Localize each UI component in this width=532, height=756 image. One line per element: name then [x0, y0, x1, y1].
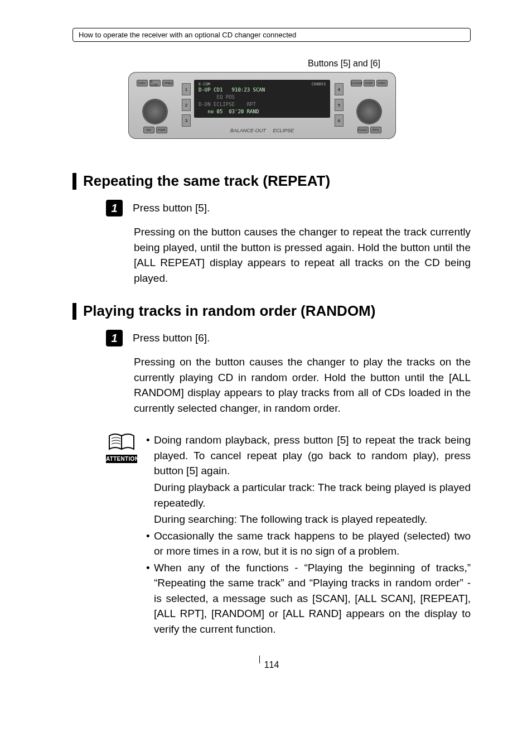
- rtn-button: RTN: [370, 127, 381, 133]
- preset-column-right: 4 5 6: [335, 83, 342, 127]
- ecom-button: E-COM: [149, 80, 161, 86]
- preset-4: 4: [335, 83, 344, 95]
- preset-1: 1: [182, 83, 191, 95]
- open-button: OPEN: [162, 80, 173, 86]
- preset-5: 5: [335, 99, 344, 111]
- brand-label: BALANCE-OUT ECLIPSE: [194, 128, 330, 133]
- preset-3: 3: [182, 114, 191, 127]
- step-instruction: Press button [6].: [133, 330, 210, 344]
- fm-button: FM: [143, 127, 154, 133]
- attention-subitem: During searching: The following track is…: [154, 512, 471, 527]
- volume-knob: [143, 100, 167, 123]
- section-title-repeat: Repeating the same track (REPEAT): [72, 172, 471, 190]
- right-button-cluster: SOUND DISP DISC: [347, 80, 391, 86]
- section-body-random: Pressing on the button causes the change…: [134, 354, 471, 416]
- disp-button: DISP: [364, 80, 375, 86]
- book-icon: [108, 432, 135, 451]
- pwr-button: PWR: [156, 127, 167, 133]
- section-title-random: Playing tracks in random order (RANDOM): [72, 302, 471, 320]
- sound-button: SOUND: [351, 80, 362, 86]
- func-button: FUNC: [357, 127, 369, 133]
- step-instruction: Press button [5].: [133, 200, 210, 214]
- attention-list: • Doing random playback, press button [5…: [146, 432, 471, 638]
- bullet-icon: •: [146, 432, 154, 479]
- attention-badge: ATTENTION: [106, 432, 137, 638]
- breadcrumb-header: How to operate the receiver with an opti…: [72, 28, 471, 42]
- preset-6: 6: [335, 114, 344, 127]
- tune-knob: [357, 100, 381, 123]
- step-number-badge: 1: [106, 330, 123, 346]
- step-number-badge: 1: [106, 200, 123, 216]
- left-button-cluster: DISC E-COM OPEN: [133, 80, 177, 86]
- page-number: 114: [72, 660, 471, 670]
- section-body-repeat: Pressing on the button causes the change…: [134, 224, 471, 286]
- attention-item: Occasionally the same track happens to b…: [154, 528, 471, 559]
- attention-label: ATTENTION: [106, 455, 137, 463]
- bullet-icon: •: [146, 528, 154, 559]
- attention-item: Doing random playback, press button [5] …: [154, 432, 471, 479]
- lcd-display: E-COMCD8053 D-UP CD1 910:23 SCAN EQ POS …: [194, 80, 330, 118]
- figure-caption: Buttons [5] and [6]: [217, 59, 471, 69]
- attention-item: When any of the functions - “Playing the…: [154, 560, 471, 637]
- device-diagram: DISC E-COM OPEN FM PWR 1 2 3 E-COMCD8053…: [128, 72, 396, 139]
- section-bar-icon: [72, 173, 76, 190]
- section-heading: Repeating the same track (REPEAT): [83, 172, 330, 190]
- section-heading: Playing tracks in random order (RANDOM): [83, 302, 375, 320]
- preset-column-left: 1 2 3: [182, 83, 190, 127]
- attention-subitem: During playback a particular track: The …: [154, 480, 471, 511]
- disc2-button: DISC: [376, 80, 388, 86]
- bullet-icon: •: [146, 560, 154, 637]
- disc-button: DISC: [137, 80, 148, 86]
- preset-2: 2: [182, 99, 191, 111]
- section-bar-icon: [72, 303, 76, 320]
